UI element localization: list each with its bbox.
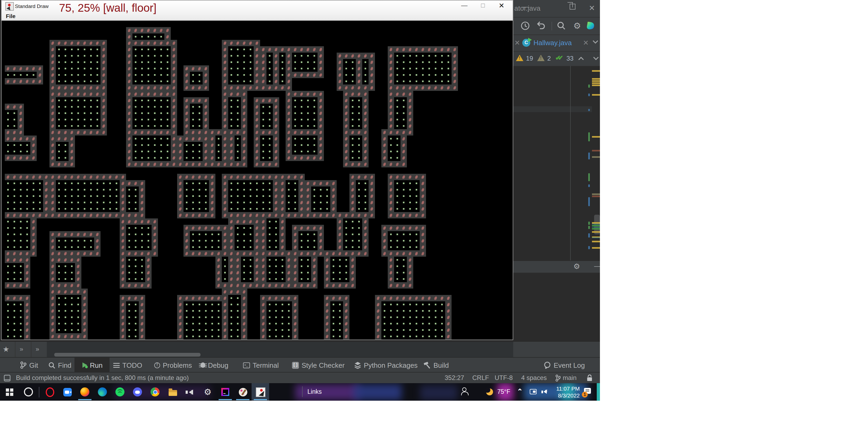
taskbar-app-windows-start[interactable]	[2, 383, 20, 401]
passed-count[interactable]: 33	[566, 55, 574, 62]
toolwindow-style-checker[interactable]: [ ] Style Checker	[292, 358, 345, 372]
warning-count[interactable]: 19	[526, 55, 533, 62]
stripe-mark[interactable]	[592, 241, 600, 242]
night-light-moon-icon[interactable]	[486, 388, 493, 395]
stripe-mark[interactable]	[592, 136, 600, 138]
toolwindow-run[interactable]: Run	[83, 358, 103, 372]
ide-colorful-logo-icon[interactable]	[586, 21, 596, 31]
stripe-mark[interactable]	[592, 247, 600, 249]
stripe-mark[interactable]	[588, 233, 590, 237]
stripe-mark[interactable]	[592, 85, 600, 86]
toolwindow-find[interactable]: Find	[49, 358, 71, 372]
clock-time[interactable]: 11:07 PM	[554, 385, 580, 392]
tray-expand-chevron-icon[interactable]: ⌃	[517, 387, 523, 395]
toolwindow-todo[interactable]: TODO	[113, 358, 142, 372]
stripe-mark[interactable]	[592, 70, 600, 72]
warning-icon[interactable]: !	[516, 55, 523, 61]
ide-minimize-icon[interactable]: —	[522, 3, 529, 10]
stddraw-maximize-icon[interactable]: □	[477, 2, 489, 9]
chevrons-icon[interactable]: »	[20, 346, 23, 353]
stripe-mark[interactable]	[592, 193, 600, 195]
taskbar-app-file-explorer[interactable]	[164, 383, 181, 401]
more-left-cell[interactable]: »	[15, 342, 31, 358]
stripe-mark[interactable]	[588, 173, 590, 181]
stripe-mark[interactable]	[588, 85, 590, 88]
weather-temperature[interactable]: 75°F	[497, 388, 510, 395]
more-right-cell[interactable]: »	[31, 342, 47, 358]
stripe-mark[interactable]	[588, 226, 590, 229]
toolwindow-git[interactable]: Git	[20, 358, 38, 372]
links-toolbar[interactable]: Links	[307, 388, 322, 395]
unlock-icon[interactable]	[586, 374, 593, 382]
taskbar-app-settings-gear[interactable]: ⚙	[199, 383, 216, 401]
taskbar-app-java-stddraw[interactable]	[252, 383, 269, 401]
horizontal-scrollbar-track[interactable]	[47, 342, 513, 358]
taskbar-app-cortana[interactable]	[20, 383, 37, 401]
prev-warning-chevron-icon[interactable]	[578, 56, 584, 61]
taskbar-app-discord[interactable]	[129, 383, 146, 401]
taskbar-app-edge[interactable]	[94, 383, 111, 401]
stripe-mark[interactable]	[592, 236, 600, 238]
event-log-button[interactable]: Event Log	[544, 358, 585, 372]
taskbar-app-chrome[interactable]	[146, 383, 164, 401]
stripe-mark[interactable]	[592, 196, 600, 197]
gear-icon[interactable]: ⚙	[574, 21, 581, 31]
hidden-tab-close-icon[interactable]: ✕	[514, 39, 520, 46]
taskbar-app-opera[interactable]	[41, 383, 59, 401]
tabs-dropdown-chevron-icon[interactable]	[592, 40, 598, 44]
file-encoding[interactable]: UTF-8	[495, 374, 513, 382]
stripe-mark[interactable]	[588, 197, 590, 206]
taskbar-app-paint[interactable]	[234, 383, 252, 401]
stripe-mark[interactable]	[588, 246, 590, 249]
favorites-cell[interactable]: ★	[0, 342, 16, 358]
favorites-star-icon[interactable]: ★	[3, 345, 9, 353]
tool-window-gear-icon[interactable]: ⚙	[574, 262, 580, 270]
clock-date[interactable]: 8/3/2022	[554, 392, 580, 398]
taskbar-app-audio-app[interactable]	[181, 383, 199, 401]
history-icon[interactable]	[521, 21, 530, 30]
chevrons-icon[interactable]: »	[36, 346, 39, 353]
tablet-mode-icon[interactable]	[530, 389, 537, 394]
stripe-mark[interactable]	[592, 78, 600, 80]
next-warning-chevron-icon[interactable]	[593, 56, 599, 61]
toolwindow-debug[interactable]: Debug	[200, 358, 228, 372]
tab-hallway-java[interactable]: Hallway.java	[533, 39, 572, 47]
horizontal-scrollbar-thumb[interactable]	[54, 353, 200, 357]
taskbar-app-spotify[interactable]	[111, 383, 129, 401]
toolwindow-terminal[interactable]: >_ Terminal	[243, 358, 279, 372]
undo-icon[interactable]	[536, 21, 546, 30]
stddraw-minimize-icon[interactable]: —	[459, 2, 470, 9]
stripe-mark[interactable]	[592, 156, 600, 158]
stripe-mark[interactable]	[588, 132, 590, 141]
stripe-mark[interactable]	[592, 150, 600, 152]
file-menu[interactable]: File	[6, 13, 16, 19]
stripe-mark[interactable]	[592, 237, 600, 238]
toolwindow-python-packages[interactable]: Python Packages	[354, 358, 417, 372]
toolwindow-build[interactable]: Build	[423, 358, 449, 372]
ide-close-icon[interactable]: ✕	[589, 4, 595, 12]
search-icon[interactable]	[557, 21, 566, 30]
editor-scrollbar-thumb[interactable]	[594, 215, 600, 234]
action-center-icon[interactable]: 1	[584, 388, 591, 394]
toolwindows-toggle-icon[interactable]	[4, 375, 11, 382]
people-icon[interactable]	[462, 387, 466, 392]
taskbar-app-intellij[interactable]	[216, 383, 234, 401]
stripe-mark[interactable]	[588, 94, 590, 96]
status-message[interactable]: Build completed successfully in 1 sec, 8…	[16, 374, 189, 382]
stripe-mark[interactable]	[588, 153, 590, 159]
tab-close-icon[interactable]: ✕	[583, 39, 589, 46]
weak-warning-count[interactable]: 2	[547, 55, 551, 62]
weak-warning-icon[interactable]: !	[537, 55, 545, 61]
indent-setting[interactable]: 4 spaces	[521, 374, 547, 382]
toolwindow-problems[interactable]: ! Problems	[154, 358, 192, 372]
stripe-mark[interactable]	[588, 222, 590, 225]
taskbar-app-zoom-app[interactable]	[59, 383, 76, 401]
line-separator[interactable]: CRLF	[472, 374, 489, 382]
taskbar-app-firefox[interactable]	[76, 383, 94, 401]
git-branch-name[interactable]: main	[563, 374, 577, 382]
stddraw-close-icon[interactable]: ✕	[496, 2, 507, 9]
volume-muted-icon[interactable]	[544, 390, 547, 394]
stripe-mark[interactable]	[588, 185, 590, 187]
stripe-mark[interactable]	[592, 83, 600, 84]
stripe-mark[interactable]	[592, 80, 600, 82]
